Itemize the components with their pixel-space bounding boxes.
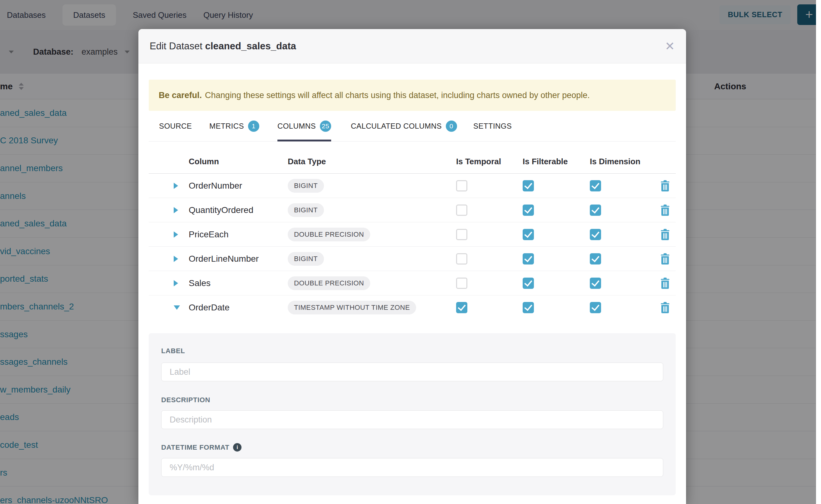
warning-banner: Be careful. Changing these settings will…	[149, 80, 676, 111]
is-temporal-checkbox[interactable]	[456, 180, 468, 191]
is-filterable-checkbox[interactable]	[523, 253, 534, 264]
tab-label: SETTINGS	[473, 122, 512, 131]
column-name: OrderNumber	[189, 181, 242, 191]
warning-banner-bold: Be careful.	[159, 91, 202, 100]
data-type-pill: BIGINT	[288, 203, 324, 217]
modal-title-prefix: Edit Dataset	[150, 41, 202, 52]
is-dimension-checkbox[interactable]	[590, 205, 601, 216]
column-detail-panel: LABEL DESCRIPTION DATETIME FORMAT i	[149, 333, 676, 495]
data-type-pill: DOUBLE PRECISION	[288, 228, 370, 241]
is-dimension-checkbox[interactable]	[590, 180, 601, 191]
warning-banner-text: Changing these settings will affect all …	[205, 91, 590, 100]
delete-icon[interactable]	[660, 253, 670, 264]
modal-body: Be careful. Changing these settings will…	[138, 80, 686, 495]
data-type-header: Data Type	[288, 157, 326, 166]
modal-title-dataset-name: cleaned_sales_data	[205, 41, 296, 52]
tab-count-badge: 0	[446, 121, 457, 132]
tab-label: CALCULATED COLUMNS	[351, 122, 442, 131]
is-filterable-checkbox[interactable]	[523, 278, 534, 289]
tab-source[interactable]: SOURCE	[159, 111, 192, 141]
is-temporal-checkbox[interactable]	[456, 302, 468, 313]
column-row: OrderDate TIMESTAMP WITHOUT TIME ZONE	[149, 295, 676, 320]
column-row: OrderNumber BIGINT	[149, 174, 676, 198]
column-name: Sales	[189, 278, 210, 288]
column-name: OrderLineNumber	[189, 254, 259, 264]
data-type-pill: BIGINT	[288, 179, 324, 193]
column-row: Sales DOUBLE PRECISION	[149, 271, 676, 295]
label-input[interactable]	[161, 363, 663, 381]
data-type-pill: BIGINT	[288, 252, 324, 266]
tab-label: SOURCE	[159, 122, 192, 131]
expand-caret-icon[interactable]	[174, 207, 178, 213]
columns-table-body: OrderNumber BIGINT QuantityOrdered BIGIN…	[149, 174, 676, 320]
column-row: QuantityOrdered BIGINT	[149, 198, 676, 222]
datetime-format-field-label: DATETIME FORMAT i	[161, 443, 676, 452]
description-input[interactable]	[161, 410, 663, 429]
expand-caret-icon[interactable]	[174, 256, 178, 262]
tab-label: COLUMNS	[277, 122, 316, 131]
expand-caret-icon[interactable]	[174, 183, 178, 189]
is-dimension-checkbox[interactable]	[590, 229, 601, 240]
delete-icon[interactable]	[660, 205, 670, 216]
is-dimension-checkbox[interactable]	[590, 302, 601, 313]
column-row: PriceEach DOUBLE PRECISION	[149, 222, 676, 247]
is-dimension-header: Is Dimension	[590, 157, 641, 166]
tab-count-badge: 1	[248, 121, 259, 132]
is-temporal-checkbox[interactable]	[456, 229, 468, 240]
modal-header: Edit Dataset cleaned_sales_data ✕	[138, 29, 686, 63]
tab-label: METRICS	[209, 122, 244, 131]
column-name: QuantityOrdered	[189, 205, 253, 215]
is-temporal-checkbox[interactable]	[456, 278, 468, 289]
tab-metrics[interactable]: METRICS 1	[209, 111, 259, 141]
tab-columns[interactable]: COLUMNS 25	[277, 111, 331, 141]
is-filterable-checkbox[interactable]	[523, 180, 534, 191]
delete-icon[interactable]	[660, 302, 670, 313]
expand-caret-icon[interactable]	[174, 280, 178, 286]
data-type-pill: DOUBLE PRECISION	[288, 276, 370, 290]
delete-icon[interactable]	[660, 229, 670, 240]
is-filterable-header: Is Filterable	[523, 157, 568, 166]
tab-settings[interactable]: SETTINGS	[473, 111, 512, 141]
expand-caret-icon[interactable]	[174, 231, 178, 238]
is-dimension-checkbox[interactable]	[590, 278, 601, 289]
column-header: Column	[189, 157, 219, 166]
is-temporal-header: Is Temporal	[456, 157, 501, 166]
column-name: PriceEach	[189, 230, 229, 240]
columns-table-header: Column Data Type Is Temporal Is Filterab…	[149, 141, 676, 174]
close-icon[interactable]: ✕	[665, 40, 675, 52]
scrollbar[interactable]	[816, 0, 821, 504]
is-temporal-checkbox[interactable]	[456, 253, 468, 264]
data-type-pill: TIMESTAMP WITHOUT TIME ZONE	[288, 301, 416, 314]
datetime-format-input[interactable]	[161, 458, 663, 477]
label-field-label: LABEL	[161, 347, 676, 355]
modal-title: Edit Dataset cleaned_sales_data	[150, 41, 296, 52]
description-field-label: DESCRIPTION	[161, 396, 676, 404]
is-temporal-checkbox[interactable]	[456, 205, 468, 216]
column-row: OrderLineNumber BIGINT	[149, 247, 676, 271]
expand-caret-icon[interactable]	[174, 305, 180, 310]
tab-count-badge: 25	[320, 121, 331, 132]
delete-icon[interactable]	[660, 278, 670, 289]
column-name: OrderDate	[189, 303, 230, 313]
modal-tabs: SOURCE METRICS 1 COLUMNS 25 CALCULATED C…	[149, 111, 676, 141]
is-filterable-checkbox[interactable]	[523, 229, 534, 240]
info-icon[interactable]: i	[233, 443, 241, 452]
is-dimension-checkbox[interactable]	[590, 253, 601, 264]
datetime-format-label-text: DATETIME FORMAT	[161, 443, 229, 452]
is-filterable-checkbox[interactable]	[523, 302, 534, 313]
is-filterable-checkbox[interactable]	[523, 205, 534, 216]
tab-calculated-columns[interactable]: CALCULATED COLUMNS 0	[351, 111, 457, 141]
delete-icon[interactable]	[660, 180, 670, 191]
edit-dataset-modal: Edit Dataset cleaned_sales_data ✕ Be car…	[138, 29, 686, 504]
